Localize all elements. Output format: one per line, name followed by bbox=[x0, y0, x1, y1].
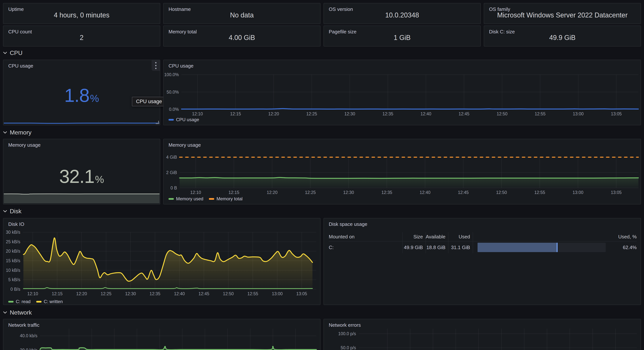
x-axis-tick-label: 12:15 bbox=[52, 291, 62, 296]
panel-disk-space-usage: Disk space usage Mounted on Size Availab… bbox=[324, 218, 641, 305]
y-axis-tick-label: 10 kB/s bbox=[6, 268, 20, 273]
column-header-used[interactable]: Used bbox=[448, 232, 473, 241]
panel-title: Network traffic bbox=[8, 322, 40, 328]
column-header-mounted-on[interactable]: Mounted on bbox=[329, 232, 403, 241]
disk-io-chart[interactable]: 12:1012:1512:2012:2512:3012:3512:4012:45… bbox=[4, 228, 320, 299]
column-header-size[interactable]: Size bbox=[403, 232, 426, 241]
panel-menu-button[interactable] bbox=[152, 60, 160, 71]
stat-value: No data bbox=[164, 11, 320, 19]
panel-title: CPU usage bbox=[8, 63, 33, 69]
y-axis-tick-label: 0 B bbox=[170, 185, 177, 190]
table-header-row: Mounted on Size Available Used Used, % bbox=[329, 232, 637, 241]
legend-label: Memory used bbox=[176, 196, 203, 201]
stat-value: Microsoft Windows Server 2022 Datacenter bbox=[484, 11, 640, 19]
x-axis-tick-label: 12:20 bbox=[76, 291, 87, 296]
usage-bar-track bbox=[478, 243, 606, 252]
section-header-memory[interactable]: Memory bbox=[3, 128, 32, 137]
legend-swatch bbox=[168, 198, 174, 200]
stat-panel-os-family: OS family Microsoft Windows Server 2022 … bbox=[484, 3, 641, 24]
y-axis-tick-label: 0 B/s bbox=[10, 287, 20, 292]
stat-panel-memory-total: Memory total 4.00 GiB bbox=[163, 25, 320, 46]
x-axis-tick-label: 12:45 bbox=[458, 190, 469, 195]
x-axis-tick-label: 12:55 bbox=[248, 291, 258, 296]
y-axis-tick-label: 20 kB/s bbox=[6, 249, 20, 254]
stat-value: 10.0.20348 bbox=[324, 11, 480, 19]
series-line bbox=[182, 109, 638, 109]
series-line bbox=[4, 194, 160, 194]
x-axis-tick-label: 12:30 bbox=[125, 291, 136, 296]
x-axis-tick-label: 12:35 bbox=[382, 111, 394, 116]
stat-panel-hostname: Hostname No data bbox=[163, 3, 320, 24]
resize-handle[interactable] bbox=[156, 121, 159, 124]
x-axis-tick-label: 12:50 bbox=[496, 190, 507, 195]
series-area bbox=[180, 177, 638, 188]
section-title: Network bbox=[10, 309, 32, 316]
x-axis-tick-label: 12:15 bbox=[230, 111, 241, 116]
section-header-disk[interactable]: Disk bbox=[3, 207, 22, 215]
series-line bbox=[180, 177, 638, 178]
y-axis-tick-label: 100.0% bbox=[164, 72, 179, 77]
section-header-cpu[interactable]: CPU bbox=[3, 49, 22, 57]
usage-bar-fill bbox=[478, 243, 558, 252]
legend-item[interactable]: Memory used bbox=[168, 196, 203, 201]
legend-item[interactable]: C: written bbox=[36, 299, 63, 304]
x-axis-tick-label: 13:00 bbox=[573, 111, 584, 116]
chevron-down-icon bbox=[3, 210, 7, 212]
x-axis-tick-label: 12:45 bbox=[458, 111, 470, 116]
panel-memory-usage-stat: Memory usage 32.1% bbox=[3, 139, 160, 204]
x-axis-tick-label: 13:00 bbox=[272, 291, 283, 296]
legend-swatch bbox=[8, 301, 14, 303]
stat-panel-disk-c-size: Disk C: size 49.9 GiB bbox=[484, 25, 641, 46]
stat-value: 4.00 GiB bbox=[164, 34, 320, 42]
network-traffic-chart[interactable]: 20.0 kb/s40.0 kb/s bbox=[4, 329, 320, 350]
memory-usage-chart[interactable]: 12:1012:1512:2012:2512:3012:3512:4012:45… bbox=[164, 150, 640, 197]
chart-legend: CPU usage bbox=[168, 117, 199, 122]
x-axis-tick-label: 12:40 bbox=[174, 291, 185, 296]
x-axis-tick-label: 12:10 bbox=[192, 111, 203, 116]
x-axis-tick-label: 12:25 bbox=[101, 291, 112, 296]
x-axis-tick-label: 12:35 bbox=[381, 190, 392, 195]
panel-title: Disk space usage bbox=[329, 221, 367, 227]
x-axis-tick-label: 12:20 bbox=[268, 111, 279, 116]
section-header-network[interactable]: Network bbox=[3, 308, 32, 317]
panel-title: Network errors bbox=[329, 322, 361, 328]
column-header-used-pct[interactable]: Used, % bbox=[473, 234, 637, 240]
grafana-dashboard: Uptime 4 hours, 0 minutes Hostname No da… bbox=[0, 0, 644, 350]
cell-mounted-on: C: bbox=[329, 242, 403, 253]
y-axis-tick-label: 20.0 kb/s bbox=[20, 348, 38, 350]
chevron-down-icon bbox=[3, 131, 7, 134]
legend-item[interactable]: C: read bbox=[8, 299, 30, 304]
x-axis-tick-label: 12:15 bbox=[228, 190, 239, 195]
x-axis-tick-label: 12:25 bbox=[305, 190, 316, 195]
legend-swatch bbox=[36, 301, 42, 303]
legend-label: CPU usage bbox=[176, 117, 199, 122]
stat-value: 49.9 GiB bbox=[484, 34, 640, 42]
legend-swatch bbox=[168, 119, 174, 121]
panel-network-traffic: Network traffic 20.0 kb/s40.0 kb/s bbox=[3, 319, 320, 350]
legend-label: C: written bbox=[44, 299, 63, 304]
section-title: Memory bbox=[10, 129, 32, 136]
x-axis-tick-label: 12:10 bbox=[27, 291, 38, 296]
x-axis-tick-label: 12:30 bbox=[344, 111, 355, 116]
column-header-available[interactable]: Available bbox=[426, 232, 448, 241]
y-axis-tick-label: 30 kB/s bbox=[6, 230, 20, 235]
network-errors-chart[interactable]: 50.0 p/s100.0 p/s bbox=[324, 329, 640, 350]
x-axis-tick-label: 13:05 bbox=[611, 111, 622, 116]
y-axis-tick-label: 2 GiB bbox=[166, 170, 177, 175]
panel-title: Memory usage bbox=[8, 142, 40, 148]
panel-disk-io: Disk IO 12:1012:1512:2012:2512:3012:3512… bbox=[3, 218, 320, 305]
stat-value: 4 hours, 0 minutes bbox=[4, 11, 160, 19]
x-axis-tick-label: 12:25 bbox=[306, 111, 317, 116]
x-axis-tick-label: 13:05 bbox=[611, 190, 622, 195]
cell-size: 49.9 GiB bbox=[403, 242, 426, 253]
section-title: Disk bbox=[10, 208, 22, 215]
panel-network-errors: Network errors 50.0 p/s100.0 p/s bbox=[324, 319, 641, 350]
panel-memory-usage-chart: Memory usage 12:1012:1512:2012:2512:3012… bbox=[163, 139, 641, 204]
stat-value: 1 GiB bbox=[324, 34, 480, 42]
chevron-down-icon bbox=[3, 311, 7, 314]
panel-title: CPU usage bbox=[168, 63, 194, 69]
legend-item[interactable]: Memory total bbox=[209, 196, 242, 201]
cpu-usage-chart[interactable]: 12:1012:1512:2012:2512:3012:3512:4012:45… bbox=[164, 71, 640, 118]
y-axis-tick-label: 0.0% bbox=[169, 107, 179, 112]
legend-item[interactable]: CPU usage bbox=[168, 117, 199, 122]
